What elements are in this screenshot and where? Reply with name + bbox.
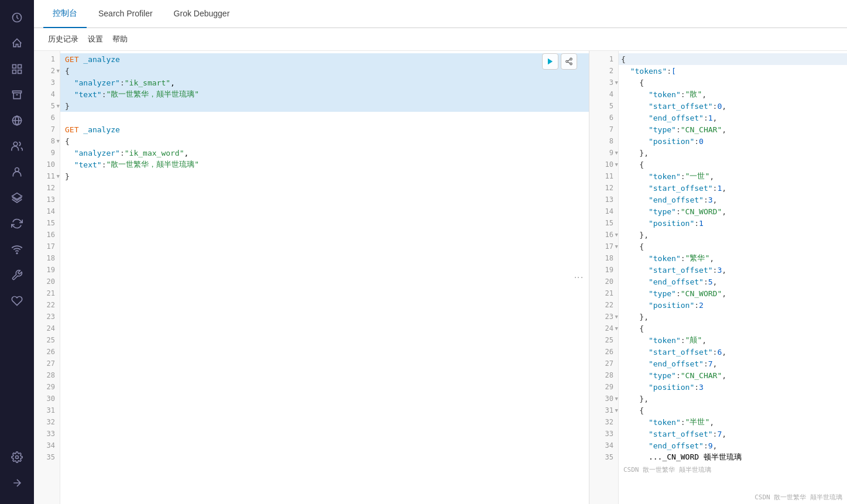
sidebar-icon-layers[interactable]	[5, 186, 29, 210]
result-num-6: 6	[589, 112, 618, 124]
drag-handle[interactable]: ⋮	[573, 273, 584, 282]
sidebar-icon-gear[interactable]	[5, 445, 29, 469]
svg-point-14	[570, 63, 572, 65]
result-line-25: "token" : "颠",	[619, 334, 847, 346]
editor-code[interactable]: GET _analyze{ "analyzer": "ik_smart", "t…	[60, 51, 589, 504]
result-line-31: {	[619, 404, 847, 416]
sidebar-icon-arrow[interactable]	[5, 471, 29, 495]
line-num-5: 5	[34, 100, 60, 112]
run-button[interactable]	[542, 53, 558, 70]
menu-bar: 历史记录 设置 帮助	[34, 28, 847, 51]
result-num-19: 19	[589, 264, 618, 276]
result-line-24: {	[619, 323, 847, 334]
result-line-11: "token" : "一世",	[619, 170, 847, 182]
result-num-32: 32	[589, 416, 618, 428]
sidebar-icon-sync[interactable]	[5, 212, 29, 235]
result-num-9: 9	[589, 147, 618, 159]
code-line-10: "text": "散一世繁华，颠半世琉璃"	[60, 159, 589, 170]
code-line-12	[60, 182, 589, 194]
result-num-20: 20	[589, 276, 618, 287]
sidebar-icon-wifi[interactable]	[5, 238, 29, 261]
line-num-3: 3	[34, 77, 60, 88]
result-num-16: 16	[589, 229, 618, 241]
code-line-11: }	[60, 170, 589, 182]
line-num-20: 20	[34, 276, 60, 287]
result-num-14: 14	[589, 205, 618, 217]
line-num-25: 25	[34, 334, 60, 346]
sidebar-icon-users[interactable]	[5, 135, 29, 158]
result-line-16: },	[619, 229, 847, 241]
tab-search-profiler[interactable]: Search Profiler	[89, 0, 162, 28]
result-num-18: 18	[589, 252, 618, 264]
watermark: CSDN 散一世繁华 颠半世琉璃	[619, 463, 847, 476]
code-line-7: GET _analyze	[60, 124, 589, 135]
line-num-27: 27	[34, 358, 60, 369]
sidebar-icon-clock[interactable]	[5, 6, 29, 29]
result-line-19: "start_offset" : 3,	[619, 264, 847, 276]
line-num-10: 10	[34, 159, 60, 170]
line-num-7: 7	[34, 124, 60, 135]
code-line-33	[60, 428, 589, 440]
result-num-3: 3	[589, 77, 618, 88]
tab-grok-debugger[interactable]: Grok Debugger	[164, 0, 239, 28]
result-num-30: 30	[589, 393, 618, 404]
result-num-24: 24	[589, 323, 618, 334]
sidebar-icon-wrench[interactable]	[5, 263, 29, 287]
menu-help[interactable]: 帮助	[108, 32, 132, 47]
sidebar-icon-archive[interactable]	[5, 83, 29, 107]
code-line-16	[60, 229, 589, 241]
copy-button[interactable]	[561, 53, 577, 70]
line-num-6: 6	[34, 112, 60, 124]
result-line-5: "start_offset" : 0,	[619, 100, 847, 112]
code-line-15	[60, 217, 589, 229]
result-num-10: 10	[589, 159, 618, 170]
result-line-18: "token" : "繁华",	[619, 252, 847, 264]
line-num-11: 11	[34, 170, 60, 182]
line-num-2: 2	[34, 65, 60, 77]
result-line-14: "type" : "CN_WORD",	[619, 205, 847, 217]
sidebar	[0, 0, 34, 504]
result-line-33: "start_offset" : 7,	[619, 428, 847, 440]
result-line-6: "end_offset" : 1,	[619, 112, 847, 124]
code-line-32	[60, 416, 589, 428]
result-num-35: 35	[589, 451, 618, 463]
tab-console[interactable]: 控制台	[43, 0, 87, 28]
line-num-22: 22	[34, 299, 60, 311]
result-line-30: },	[619, 393, 847, 404]
result-num-11: 11	[589, 170, 618, 182]
sidebar-icon-person[interactable]	[5, 160, 29, 184]
result-num-1: 1	[589, 53, 618, 65]
result-num-13: 13	[589, 194, 618, 205]
result-num-23: 23	[589, 311, 618, 323]
action-buttons	[542, 53, 577, 70]
result-line-9: },	[619, 147, 847, 159]
line-num-19: 19	[34, 264, 60, 276]
result-num-7: 7	[589, 124, 618, 135]
result-line-8: "position" : 0	[619, 135, 847, 147]
menu-history[interactable]: 历史记录	[43, 32, 83, 47]
sidebar-icon-heart[interactable]	[5, 289, 29, 313]
result-line-3: {	[619, 77, 847, 88]
code-line-30	[60, 393, 589, 404]
code-line-18	[60, 252, 589, 264]
result-num-2: 2	[589, 65, 618, 77]
svg-rect-4	[18, 70, 22, 74]
line-num-32: 32	[34, 416, 60, 428]
svg-rect-2	[18, 65, 22, 68]
result-line-28: "type" : "CN_CHAR",	[619, 369, 847, 381]
code-line-9: "analyzer": "ik_max_word",	[60, 147, 589, 159]
result-num-27: 27	[589, 358, 618, 369]
code-line-25	[60, 334, 589, 346]
editor-panel: 1234567891011121314151617181920212223242…	[34, 51, 589, 504]
svg-rect-3	[13, 70, 16, 74]
sidebar-icon-home[interactable]	[5, 32, 29, 55]
code-line-19	[60, 264, 589, 276]
sidebar-icon-grid[interactable]	[5, 57, 29, 81]
result-num-33: 33	[589, 428, 618, 440]
sidebar-icon-map[interactable]	[5, 109, 29, 132]
result-num-29: 29	[589, 381, 618, 393]
svg-point-9	[16, 253, 18, 254]
menu-settings[interactable]: 设置	[83, 32, 108, 47]
result-num-12: 12	[589, 182, 618, 194]
result-panel: 1234567891011121314151617181920212223242…	[589, 51, 847, 504]
